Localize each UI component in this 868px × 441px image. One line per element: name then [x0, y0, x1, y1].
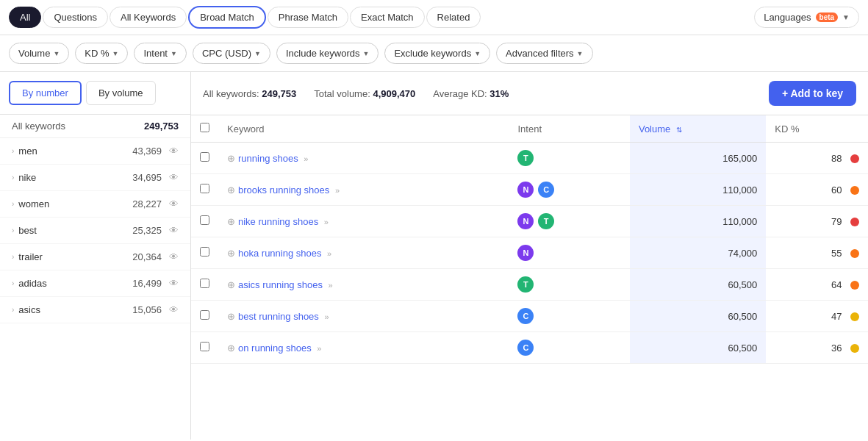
tab-related[interactable]: Related	[426, 7, 481, 28]
eye-icon[interactable]: 👁	[169, 172, 179, 183]
plus-icon: ⊕	[227, 184, 235, 196]
filter-bar: Volume ▼ KD % ▼ Intent ▼ CPC (USD) ▼ Inc…	[0, 35, 868, 72]
row-checkbox-cell[interactable]	[191, 269, 218, 301]
row-checkbox[interactable]	[200, 152, 209, 162]
volume-cell: 60,500	[630, 301, 766, 332]
tab-all-keywords[interactable]: All Keywords	[110, 7, 187, 28]
intent-cell: N T	[509, 206, 629, 237]
row-checkbox[interactable]	[200, 247, 209, 257]
tab-phrase-match[interactable]: Phrase Match	[268, 7, 348, 28]
chevron-down-icon: ▼	[254, 50, 261, 57]
chevron-right-icon: ›	[12, 279, 14, 287]
table-row: ⊕running shoes » T 165,000 88	[191, 143, 868, 174]
table-row: ⊕nike running shoes » N T 110,000 79	[191, 206, 868, 237]
add-to-key-button[interactable]: + Add to key	[769, 81, 856, 106]
keyword-cell[interactable]: ⊕running shoes »	[218, 143, 509, 174]
kd-cell: 47	[766, 301, 868, 332]
volume-filter[interactable]: Volume ▼	[9, 43, 69, 64]
keyword-cell[interactable]: ⊕nike running shoes »	[218, 206, 509, 237]
row-checkbox[interactable]	[200, 215, 209, 225]
arrow-icon: »	[329, 281, 333, 290]
row-checkbox-cell[interactable]	[191, 332, 218, 364]
sidebar-keyword-text: best	[18, 225, 128, 236]
sidebar-item-asics[interactable]: › asics 15,056 👁	[0, 297, 190, 323]
row-checkbox[interactable]	[200, 184, 209, 193]
kd-cell: 55	[766, 237, 868, 269]
kd-dot	[850, 312, 859, 321]
plus-icon: ⊕	[227, 343, 235, 354]
intent-badge-t: T	[538, 213, 554, 229]
intent-filter[interactable]: Intent ▼	[134, 43, 186, 64]
row-checkbox-cell[interactable]	[191, 174, 218, 206]
eye-icon[interactable]: 👁	[169, 198, 179, 209]
intent-filter-label: Intent	[143, 48, 168, 59]
toggle-buttons: By number By volume	[0, 72, 190, 115]
keyword-cell[interactable]: ⊕on running shoes »	[218, 332, 509, 364]
arrow-icon: »	[324, 218, 329, 226]
keyword-cell[interactable]: ⊕brooks running shoes »	[218, 174, 509, 206]
tab-exact-match[interactable]: Exact Match	[350, 7, 425, 28]
arrow-icon: »	[304, 154, 308, 163]
row-checkbox[interactable]	[200, 310, 209, 320]
intent-badge-c: C	[538, 182, 554, 198]
sidebar-keyword-text: asics	[18, 304, 128, 315]
tab-broad-match[interactable]: Broad Match	[188, 6, 266, 29]
row-checkbox[interactable]	[200, 342, 209, 351]
keyword-cell[interactable]: ⊕best running shoes »	[218, 301, 509, 332]
sidebar-item-trailer[interactable]: › trailer 20,364 👁	[0, 244, 190, 270]
kd-dot	[850, 281, 859, 290]
cpc-filter[interactable]: CPC (USD) ▼	[193, 43, 270, 64]
sidebar-item-women[interactable]: › women 28,227 👁	[0, 191, 190, 218]
sidebar-item-nike[interactable]: › nike 34,695 👁	[0, 165, 190, 191]
keyword-cell[interactable]: ⊕asics running shoes »	[218, 269, 509, 301]
exclude-keywords-filter[interactable]: Exclude keywords ▼	[384, 43, 490, 64]
eye-icon[interactable]: 👁	[169, 225, 179, 236]
kd-cell: 60	[766, 174, 868, 206]
row-checkbox-cell[interactable]	[191, 237, 218, 269]
sidebar-keyword-text: adidas	[18, 278, 128, 289]
advanced-filters[interactable]: Advanced filters ▼	[496, 43, 592, 64]
beta-badge: beta	[816, 12, 839, 22]
chevron-down-icon: ▼	[474, 50, 481, 57]
chevron-right-icon: ›	[12, 147, 14, 155]
intent-cell: C	[509, 301, 629, 332]
volume-column-header[interactable]: Volume ⇅	[630, 115, 766, 143]
sidebar-keyword-count: 43,369	[132, 146, 162, 157]
intent-badge-n: N	[517, 245, 534, 261]
sidebar-item-men[interactable]: › men 43,369 👁	[0, 138, 190, 165]
tab-all[interactable]: All	[9, 7, 41, 28]
volume-cell: 110,000	[630, 206, 766, 237]
row-checkbox[interactable]	[200, 279, 209, 288]
chevron-down-icon: ▼	[362, 50, 369, 57]
row-checkbox-cell[interactable]	[191, 206, 218, 237]
sidebar-keyword-text: trailer	[18, 251, 128, 262]
all-keywords-row: All keywords 249,753	[0, 115, 190, 138]
row-checkbox-cell[interactable]	[191, 143, 218, 174]
sidebar-item-adidas[interactable]: › adidas 16,499 👁	[0, 270, 190, 297]
intent-badge-n: N	[517, 213, 534, 229]
intent-badge-c: C	[517, 340, 534, 356]
by-number-button[interactable]: By number	[9, 81, 82, 105]
kd-filter[interactable]: KD % ▼	[75, 43, 128, 64]
select-all-header[interactable]	[191, 115, 218, 143]
row-checkbox-cell[interactable]	[191, 301, 218, 332]
by-volume-button[interactable]: By volume	[86, 81, 156, 105]
sidebar-item-best[interactable]: › best 25,325 👁	[0, 218, 190, 244]
eye-icon[interactable]: 👁	[169, 146, 179, 157]
eye-icon[interactable]: 👁	[169, 304, 179, 315]
volume-cell: 110,000	[630, 174, 766, 206]
sidebar-keyword-count: 28,227	[132, 198, 162, 209]
kd-filter-label: KD %	[85, 48, 109, 59]
tab-questions[interactable]: Questions	[43, 7, 108, 28]
eye-icon[interactable]: 👁	[169, 251, 179, 262]
languages-button[interactable]: Languages beta ▼	[754, 7, 859, 28]
eye-icon[interactable]: 👁	[169, 278, 179, 289]
include-keywords-filter[interactable]: Include keywords ▼	[276, 43, 379, 64]
select-all-checkbox[interactable]	[200, 123, 209, 132]
sidebar: By number By volume All keywords 249,753…	[0, 72, 191, 440]
keyword-cell[interactable]: ⊕hoka running shoes »	[218, 237, 509, 269]
all-keywords-stat: All keywords: 249,753	[203, 88, 296, 99]
arrow-icon: »	[327, 249, 331, 258]
chevron-down-icon: ▼	[842, 13, 850, 21]
arrow-icon: »	[324, 312, 329, 321]
